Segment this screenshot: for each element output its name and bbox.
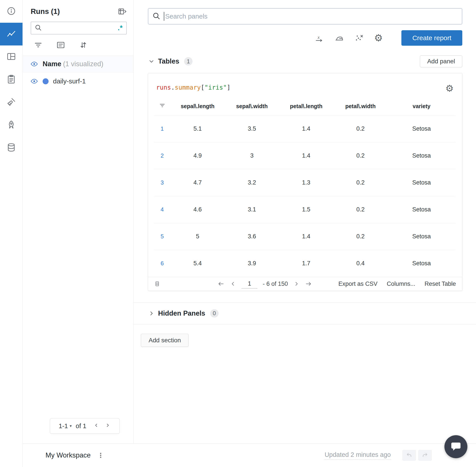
cell: Setosa xyxy=(388,116,455,142)
row-index[interactable]: 2 xyxy=(154,142,171,169)
hidden-panels-title[interactable]: Hidden Panels xyxy=(158,310,205,317)
rail-item-info[interactable] xyxy=(0,0,23,23)
database-icon xyxy=(6,143,16,153)
next-page-icon[interactable] xyxy=(105,422,111,430)
rail-item-sweeps[interactable] xyxy=(0,91,23,114)
rail-item-notes[interactable] xyxy=(0,68,23,91)
add-panel-button[interactable]: Add panel xyxy=(420,55,462,67)
row-index[interactable]: 3 xyxy=(154,169,171,196)
workspace-settings-gear-icon[interactable]: ⚙ xyxy=(374,33,383,43)
search-panels-input[interactable] xyxy=(165,13,458,20)
export-csv-link[interactable]: Export as CSV xyxy=(338,281,378,287)
runs-search-input[interactable] xyxy=(44,25,118,32)
first-page-icon[interactable] xyxy=(218,281,224,287)
runs-pagination: 1-1▾ of 1 xyxy=(50,418,120,434)
table-row: 5 5 3.6 1.4 0.2 Setosa xyxy=(154,223,455,250)
run-color-dot xyxy=(43,78,49,84)
runs-name-header-row: Name(1 visualized) xyxy=(23,56,133,72)
chat-support-button[interactable] xyxy=(444,435,467,458)
search-icon xyxy=(35,24,42,32)
reset-table-link[interactable]: Reset Table xyxy=(424,281,456,287)
kebab-menu-icon[interactable] xyxy=(97,452,104,459)
cell: 0.4 xyxy=(333,250,388,277)
cell: 3 xyxy=(225,142,279,169)
x-axis-icon[interactable]: x xyxy=(315,33,324,43)
dropdown-arrow-icon: ▾ xyxy=(70,424,72,428)
rail-item-launch[interactable] xyxy=(0,114,23,136)
table-row: 2 4.9 3 1.4 0.2 Setosa xyxy=(154,142,455,169)
search-panels-box xyxy=(148,8,462,25)
panels-layout-icon xyxy=(6,52,16,62)
column-header[interactable]: sepal\.width xyxy=(225,101,279,116)
pagination-chevrons xyxy=(93,422,111,430)
column-header[interactable]: petal\.width xyxy=(333,101,388,116)
cell: 4.9 xyxy=(171,142,225,169)
create-report-button[interactable]: Create report xyxy=(401,30,462,46)
filter-icon[interactable] xyxy=(34,41,43,50)
redo-button[interactable] xyxy=(418,450,432,461)
search-icon xyxy=(152,12,160,21)
runs-table-expand-icon[interactable] xyxy=(118,7,127,16)
cell: 0.2 xyxy=(333,169,388,196)
table-row: 4 4.6 3.1 1.5 0.2 Setosa xyxy=(154,196,455,223)
undo-button[interactable] xyxy=(402,450,416,461)
cell: 1.7 xyxy=(279,250,333,277)
table-row: 1 5.1 3.5 1.4 0.2 Setosa xyxy=(154,116,455,142)
panel-settings-gear-icon[interactable]: ⚙ xyxy=(445,84,454,93)
eye-icon[interactable] xyxy=(30,77,38,85)
eye-icon[interactable] xyxy=(30,60,38,68)
cell: 1.4 xyxy=(279,116,333,142)
regex-toggle[interactable]: .* xyxy=(118,24,123,32)
rail-item-artifacts[interactable] xyxy=(0,136,23,159)
prev-page-icon[interactable] xyxy=(93,422,99,430)
column-header[interactable]: sepal\.length xyxy=(171,101,225,116)
outliers-icon[interactable] xyxy=(354,33,364,43)
cell: 3.5 xyxy=(225,116,279,142)
cell: 1.4 xyxy=(279,223,333,250)
cell: 1.3 xyxy=(279,169,333,196)
tables-section-title[interactable]: Tables xyxy=(158,57,179,65)
add-section-button[interactable]: Add section xyxy=(141,334,188,347)
rail-item-panels[interactable] xyxy=(0,45,23,68)
row-index[interactable]: 5 xyxy=(154,223,171,250)
svg-text:x: x xyxy=(317,35,320,40)
tables-count-badge: 1 xyxy=(184,57,193,65)
run-row[interactable]: daily-surf-1 xyxy=(23,72,133,90)
row-index[interactable]: 1 xyxy=(154,116,171,142)
name-column-label: Name(1 visualized) xyxy=(43,60,103,68)
bottom-bar: My Workspace Updated 2 minutes ago xyxy=(23,443,476,467)
runs-sidebar: Runs (1) .* Name(1 visualized) xyxy=(23,0,133,443)
broom-icon xyxy=(6,97,16,108)
sort-icon[interactable] xyxy=(79,41,88,50)
columns-link[interactable]: Columns... xyxy=(387,281,415,287)
column-header[interactable]: variety xyxy=(388,101,455,116)
chevron-right-icon[interactable] xyxy=(148,310,155,317)
row-index[interactable]: 6 xyxy=(154,250,171,277)
prev-page-icon[interactable] xyxy=(230,281,236,287)
row-index[interactable]: 4 xyxy=(154,196,171,223)
page-range-dropdown[interactable]: 1-1▾ xyxy=(59,422,72,430)
smoothing-iron-icon[interactable] xyxy=(334,33,344,43)
line-chart-icon xyxy=(6,29,16,39)
cell: 1.4 xyxy=(279,142,333,169)
text-caret xyxy=(164,12,164,21)
rocket-icon xyxy=(6,120,16,130)
run-name[interactable]: daily-surf-1 xyxy=(53,78,86,85)
index-column-filter-icon[interactable] xyxy=(154,101,171,116)
clipboard-icon xyxy=(6,74,16,85)
cell: 5.1 xyxy=(171,116,225,142)
row-height-icon[interactable] xyxy=(154,281,160,287)
panel-header: runs.summary["iris"] ⚙ xyxy=(148,73,462,93)
cell: Setosa xyxy=(388,223,455,250)
cell: 3.2 xyxy=(225,169,279,196)
group-icon[interactable] xyxy=(56,41,65,50)
workspace-name[interactable]: My Workspace xyxy=(45,451,91,459)
page-number-input[interactable] xyxy=(241,279,257,288)
column-header[interactable]: petal\.length xyxy=(279,101,333,116)
last-page-icon[interactable] xyxy=(305,281,312,287)
updated-timestamp: Updated 2 minutes ago xyxy=(325,451,391,459)
table-header-row: sepal\.length sepal\.width petal\.length… xyxy=(154,101,455,116)
chevron-down-icon[interactable] xyxy=(148,58,155,65)
rail-item-charts[interactable] xyxy=(0,23,23,45)
next-page-icon[interactable] xyxy=(293,281,300,287)
